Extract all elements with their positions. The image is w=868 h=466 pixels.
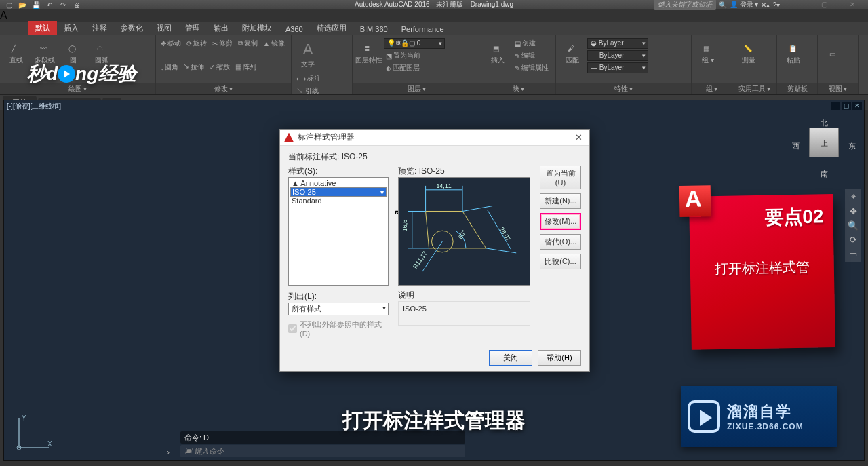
maximize-button[interactable]: ▢	[811, 1, 837, 9]
search-icon[interactable]: 🔍	[719, 1, 727, 9]
panel-layer-title[interactable]: 图层 ▾	[353, 83, 481, 94]
qat-undo-icon[interactable]: ↶	[45, 1, 54, 8]
move-button[interactable]: ✥ 移动	[159, 38, 183, 49]
showmotion-icon[interactable]: ▭	[849, 249, 857, 259]
viewport-max-icon[interactable]: ▢	[842, 102, 851, 110]
qat-save-icon[interactable]: 💾	[31, 1, 41, 8]
command-line[interactable]: ▣ 键入命令	[180, 445, 465, 457]
tab-insert[interactable]: 插入	[57, 21, 85, 35]
panel-view-title[interactable]: 视图 ▾	[818, 83, 858, 94]
override-style-button[interactable]: 替代(O)...	[540, 234, 581, 250]
viewport-min-icon[interactable]: —	[831, 102, 840, 110]
base-view-button[interactable]: ▭	[821, 38, 848, 72]
close-dialog-button[interactable]: 关闭	[489, 350, 532, 366]
panel-util-title[interactable]: 实用工具 ▾	[732, 83, 776, 94]
list-item[interactable]: Standard	[290, 197, 387, 205]
viewport-close-icon[interactable]: ✕	[852, 102, 862, 110]
arc-button[interactable]: ◠圆弧	[88, 38, 115, 72]
measure-button[interactable]: 📏测量	[735, 38, 762, 72]
qat-redo-icon[interactable]: ↷	[58, 1, 68, 8]
circle-button[interactable]: ◯圆	[60, 38, 87, 72]
linetype-combo[interactable]: — ByLayer	[587, 62, 648, 73]
fillet-button[interactable]: ◟ 圆角	[159, 62, 180, 73]
help-search[interactable]: 键入关键字或短语	[654, 0, 716, 10]
help-icon[interactable]: ?▾	[772, 1, 780, 9]
fullnav-icon[interactable]: ⌖	[851, 191, 856, 202]
make-current-button[interactable]: ⬔ 置为当前	[384, 50, 445, 61]
close-button[interactable]: ✕	[840, 1, 865, 9]
lineweight-combo[interactable]: — ByLayer	[587, 50, 648, 61]
viewcube-west[interactable]: 西	[792, 141, 800, 151]
create-block-button[interactable]: ⬓ 创建	[513, 38, 551, 49]
minimize-button[interactable]: —	[783, 1, 808, 9]
tab-annotate[interactable]: 注释	[85, 21, 114, 35]
list-item-selected[interactable]: ISO-25	[290, 187, 387, 197]
qat-new-icon[interactable]: ▢	[4, 1, 14, 8]
modify-style-button[interactable]: 修改(M)...	[540, 213, 581, 230]
list-filter-select[interactable]: 所有样式	[288, 303, 389, 315]
xref-checkbox[interactable]: 不列出外部参照中的样式(D)	[288, 319, 389, 338]
layer-combo[interactable]: 💡❄🔒▢ 0	[384, 38, 445, 49]
viewcube-north[interactable]: 北	[800, 118, 848, 128]
help-dialog-button[interactable]: 帮助(H)	[538, 350, 581, 366]
tab-output[interactable]: 输出	[207, 21, 235, 35]
zoom-icon[interactable]: 🔍	[848, 220, 859, 231]
tab-default[interactable]: 默认	[28, 21, 57, 35]
trim-button[interactable]: ✂ 修剪	[210, 38, 235, 49]
edit-block-button[interactable]: ✎ 编辑	[513, 50, 551, 61]
tab-performance[interactable]: Performance	[395, 23, 451, 35]
layer-properties-button[interactable]: ≣图层特性	[355, 38, 382, 72]
qat-open-icon[interactable]: 📂	[18, 1, 27, 8]
copy-button[interactable]: ⧉ 复制	[236, 38, 260, 49]
panel-group-title[interactable]: 组 ▾	[692, 83, 732, 94]
panel-draw-title[interactable]: 绘图 ▾	[0, 83, 155, 94]
array-button[interactable]: ▦ 阵列	[233, 62, 258, 73]
insert-block-button[interactable]: ⬒插入	[484, 38, 511, 72]
list-item[interactable]: ▲ Annotative	[290, 179, 387, 187]
panel-prop-title[interactable]: 特性 ▾	[556, 83, 691, 94]
panel-block-title[interactable]: 块 ▾	[481, 83, 555, 94]
login-button[interactable]: 👤 登录 ▾	[730, 0, 759, 9]
panel-modify-title[interactable]: 修改 ▾	[156, 83, 291, 94]
mirror-button[interactable]: ▲ 镜像	[261, 38, 287, 49]
exchange-icon[interactable]: ✕▴	[761, 1, 770, 9]
pan-icon[interactable]: ✥	[850, 206, 857, 216]
compare-style-button[interactable]: 比较(C)...	[540, 254, 581, 269]
set-current-button[interactable]: 置为当前(U)	[540, 166, 581, 189]
tab-manage[interactable]: 管理	[178, 21, 207, 35]
match-layer-button[interactable]: ⬖ 匹配图层	[384, 62, 445, 73]
group-button[interactable]: ▦组 ▾	[694, 38, 722, 72]
viewcube-top[interactable]: 上	[809, 128, 839, 157]
cmd-toggle-icon[interactable]: ›	[167, 448, 170, 457]
tab-featured[interactable]: 精选应用	[310, 21, 353, 35]
polyline-button[interactable]: 〰多段线	[31, 38, 58, 72]
color-combo[interactable]: ◒ ByLayer	[587, 38, 648, 49]
new-style-button[interactable]: 新建(N)...	[540, 193, 581, 209]
leader-button[interactable]: ↘ 引线	[294, 85, 323, 96]
stretch-button[interactable]: ⇲ 拉伸	[182, 62, 206, 73]
line-button[interactable]: ╱直线	[3, 38, 30, 72]
dimension-button[interactable]: ⟷ 标注	[294, 73, 323, 84]
viewcube-east[interactable]: 东	[848, 141, 856, 151]
text-button[interactable]: A文字	[294, 38, 321, 72]
app-menu-button[interactable]: A	[0, 9, 868, 22]
viewcube[interactable]: 北 西 上 东 南	[800, 118, 848, 179]
qat-print-icon[interactable]: 🖨	[72, 1, 81, 8]
styles-listbox[interactable]: ▲ Annotative ISO-25 Standard	[288, 177, 389, 286]
tab-parametric[interactable]: 参数化	[114, 21, 150, 35]
tab-view[interactable]: 视图	[150, 21, 178, 35]
dialog-titlebar[interactable]: 标注样式管理器 ✕	[280, 130, 589, 146]
viewcube-south[interactable]: 南	[800, 169, 848, 179]
dialog-close-button[interactable]: ✕	[572, 132, 585, 142]
viewport-label[interactable]: [-][俯视][二维线框]	[7, 102, 61, 111]
rotate-button[interactable]: ⟳ 旋转	[184, 38, 209, 49]
edit-attr-button[interactable]: ✎ 编辑属性	[513, 62, 551, 73]
tab-bim360[interactable]: BIM 360	[353, 23, 395, 35]
match-prop-button[interactable]: 🖌匹配	[559, 38, 586, 72]
svg-text:R11,17: R11,17	[412, 250, 429, 269]
tab-addon[interactable]: 附加模块	[235, 21, 279, 35]
paste-button[interactable]: 📋粘贴	[780, 38, 807, 72]
orbit-icon[interactable]: ⟳	[850, 235, 857, 245]
tab-a360[interactable]: A360	[279, 23, 310, 35]
scale-button[interactable]: ⤢ 缩放	[208, 62, 232, 73]
